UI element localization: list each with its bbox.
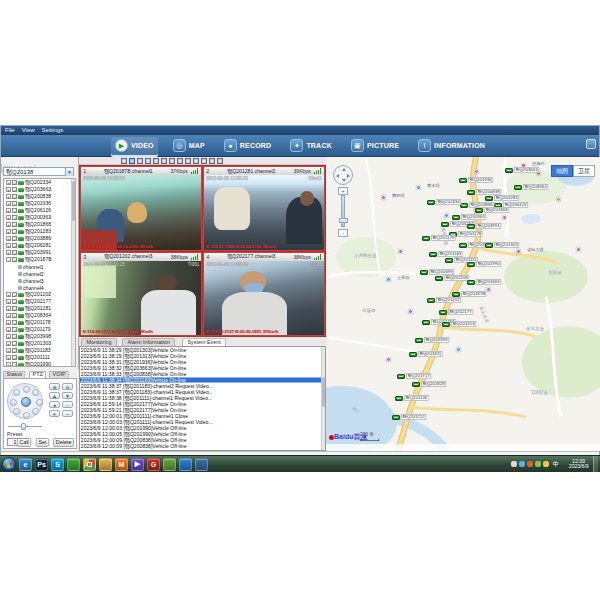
ptz-zoom-in-button[interactable]: ⊕	[49, 383, 60, 390]
poi-icon[interactable]	[516, 249, 521, 254]
ptz-direction-button-0[interactable]	[23, 386, 30, 393]
ptz-focus-far-button[interactable]: ▼	[62, 392, 73, 399]
log-tab-system-event[interactable]: System Event	[182, 338, 226, 346]
split-8-icon[interactable]	[145, 158, 151, 164]
ptz-center-button[interactable]	[21, 397, 31, 407]
log-row[interactable]: 2023/6/9 11:59:14 [鄂Q202177]Vehicle On-l…	[80, 401, 326, 406]
menu-file[interactable]: File	[5, 126, 15, 135]
capture-icon[interactable]	[201, 158, 207, 164]
expand-icon[interactable]: +	[6, 187, 11, 192]
ptz-tab-status[interactable]: Status	[3, 371, 26, 378]
taskbar-icon-green-app[interactable]	[163, 458, 176, 471]
poi-icon[interactable]	[381, 195, 386, 200]
taskbar-icon-skype[interactable]: S	[51, 458, 64, 471]
split-10-icon[interactable]	[161, 158, 167, 164]
map-pan-compass[interactable]	[333, 165, 353, 185]
tray-icon-0[interactable]	[511, 461, 517, 467]
ptz-direction-button-6[interactable]	[10, 399, 17, 406]
checkbox-icon[interactable]	[12, 306, 17, 311]
toolbar-button-map[interactable]: ◎MAP	[169, 137, 209, 155]
checkbox-icon[interactable]	[12, 194, 17, 199]
poi-icon[interactable]	[576, 247, 581, 252]
ptz-delete-button[interactable]: Delete	[53, 438, 74, 447]
taskbar-icon-wechat[interactable]	[67, 458, 80, 471]
checkbox-icon[interactable]	[12, 362, 17, 367]
poi-icon[interactable]	[416, 185, 421, 190]
split-36-icon[interactable]	[193, 158, 199, 164]
expand-icon[interactable]: +	[6, 306, 11, 311]
expand-icon[interactable]: +	[6, 313, 11, 318]
video-feed[interactable]: 2023-06-09 12:00:28TI061E:110.38.1871 N:…	[81, 261, 201, 336]
checkbox-icon[interactable]	[12, 355, 17, 360]
split-9-icon[interactable]	[153, 158, 159, 164]
toolbar-extra-button[interactable]	[586, 139, 596, 149]
checkbox-icon[interactable]	[12, 334, 17, 339]
video-panel-4[interactable]: 4鄂Q202177 channel338Kbps2023-06-09 12:00…	[203, 252, 325, 337]
log-tab-monitoring[interactable]: Monitoring	[81, 338, 117, 346]
ptz-tab-voip[interactable]: VOIP	[49, 371, 69, 378]
taskbar-icon-remote-desktop[interactable]	[195, 458, 208, 471]
checkbox-icon[interactable]	[12, 229, 17, 234]
expand-icon[interactable]: +	[6, 292, 11, 297]
expand-icon[interactable]: +	[6, 362, 11, 367]
vehicle-marker[interactable]: 鄂Q202177	[439, 308, 483, 316]
tray-icon-1[interactable]	[519, 461, 525, 467]
taskbar-clock[interactable]: 12:00 2023/6/9	[567, 459, 590, 469]
expand-icon[interactable]: +	[6, 334, 11, 339]
log-row[interactable]: 2023/6/9 11:38:32 [鄂Q203663]Vehicle On-l…	[80, 365, 326, 370]
expand-icon[interactable]: +	[6, 299, 11, 304]
vehicle-marker[interactable]: 鄂Q201936	[459, 176, 503, 184]
stop-all-icon[interactable]	[217, 158, 223, 164]
toolbar-button-track[interactable]: ✦TRACK	[286, 137, 336, 155]
ptz-tab-ptz[interactable]: PTZ	[29, 371, 46, 378]
map-toggle-map[interactable]: 地图	[551, 165, 573, 177]
taskbar-icon-qq[interactable]	[179, 458, 192, 471]
ptz-iris-open-button[interactable]: ●	[49, 401, 60, 408]
expand-icon[interactable]: +	[6, 236, 11, 241]
split-13-icon[interactable]	[169, 158, 175, 164]
poi-icon[interactable]	[386, 277, 391, 282]
ptz-focus-near-button[interactable]: ▲	[49, 392, 60, 399]
expand-icon[interactable]: +	[6, 208, 11, 213]
log-row[interactable]: 2023/6/9 12:00:01 [鄂Q201111]-channel1 Cl…	[80, 413, 326, 418]
taskbar-icon-photoshop[interactable]: Ps	[35, 458, 48, 471]
checkbox-icon[interactable]	[12, 215, 17, 220]
map-zoom-control[interactable]: + -	[332, 165, 354, 237]
video-feed[interactable]: 2023-06-09 12:00:28TI0C1E:110.35.2137 N:…	[204, 261, 324, 336]
video-feed[interactable]: 2023-06-09 12:00:23E:110.39.5868 N:30.19…	[81, 175, 201, 250]
ptz-set-button[interactable]: Set	[35, 438, 49, 447]
slider-thumb[interactable]	[21, 423, 26, 430]
vehicle-marker[interactable]: 鄂Q201122	[395, 394, 438, 402]
ptz-call-button[interactable]: Call	[17, 438, 32, 447]
tray-icon-2[interactable]	[527, 461, 533, 467]
expand-icon[interactable]: +	[6, 194, 11, 199]
map-panel[interactable]: + - 地图卫星 Baidu百度 200 米 © 2023 Baidu - GS…	[326, 157, 600, 451]
split-6-icon[interactable]	[137, 158, 143, 164]
taskbar-icon-foxmail[interactable]: M	[115, 458, 128, 471]
menu-settings[interactable]: Settings	[42, 126, 64, 135]
vehicle-marker[interactable]: 鄂Q203663	[505, 166, 549, 174]
tray-icon-4[interactable]	[543, 461, 549, 467]
tree-item[interactable]: channel2	[4, 270, 75, 277]
toolbar-button-picture[interactable]: ▣PICTURE	[347, 137, 403, 155]
ptz-iris-close-button[interactable]: ○	[62, 401, 73, 408]
poi-icon[interactable]	[556, 197, 561, 202]
ptz-direction-button-2[interactable]	[36, 399, 43, 406]
tree-scrollbar[interactable]	[71, 179, 75, 366]
tree-item[interactable]: -鄂Q20187B	[4, 256, 75, 263]
checkbox-icon[interactable]	[12, 348, 17, 353]
log-row[interactable]: 2023/6/9 12:00:05 [鄂Q201990]Vehicle Off-…	[80, 431, 326, 436]
taskbar-icon-media-player[interactable]: ▶	[131, 458, 144, 471]
zoom-out-button[interactable]: -	[338, 229, 348, 237]
ptz-light-button[interactable]: ☀	[49, 410, 60, 417]
map-toggle-satellite[interactable]: 卫星	[573, 165, 595, 177]
zoom-slider[interactable]	[341, 195, 345, 227]
fullscreen-icon[interactable]	[209, 158, 215, 164]
checkbox-icon[interactable]	[12, 180, 17, 185]
expand-icon[interactable]: +	[6, 348, 11, 353]
vehicle-marker[interactable]: 鄂Q201303	[485, 241, 529, 249]
tree-item[interactable]: channel3	[4, 277, 75, 284]
vehicle-marker[interactable]: 鄂Q201717	[397, 372, 441, 380]
split-1-icon[interactable]	[121, 158, 127, 164]
log-scrollbar[interactable]	[321, 347, 325, 450]
